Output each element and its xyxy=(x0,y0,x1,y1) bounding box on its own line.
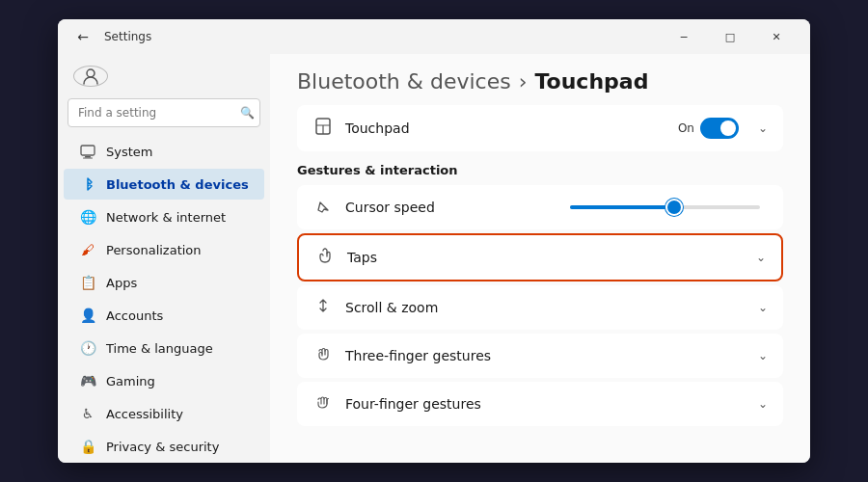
sidebar-item-network[interactable]: 🌐 Network & internet xyxy=(64,201,264,232)
cursor-speed-label: Cursor speed xyxy=(345,200,551,215)
search-icon: 🔍 xyxy=(240,106,255,120)
taps-chevron[interactable]: ⌄ xyxy=(756,251,766,264)
touchpad-toggle-row: Touchpad On ⌄ xyxy=(297,105,783,151)
personalization-icon: 🖌 xyxy=(79,241,96,258)
taps-icon xyxy=(314,247,336,268)
minimize-button[interactable]: − xyxy=(662,21,706,52)
network-icon: 🌐 xyxy=(79,208,96,226)
four-finger-row[interactable]: Four-finger gestures ⌄ xyxy=(297,382,783,426)
window-title: Settings xyxy=(104,30,151,43)
sidebar-item-privacy[interactable]: 🔒 Privacy & security xyxy=(64,431,264,462)
scroll-zoom-row[interactable]: Scroll & zoom ⌄ xyxy=(297,285,783,330)
touchpad-card-icon xyxy=(312,117,334,140)
svg-rect-2 xyxy=(85,156,91,158)
page-title: Touchpad xyxy=(534,69,648,94)
svg-point-0 xyxy=(87,69,95,77)
cursor-speed-slider[interactable] xyxy=(562,205,768,209)
svg-rect-1 xyxy=(81,146,95,155)
avatar[interactable] xyxy=(73,66,108,87)
sidebar-label-personalization: Personalization xyxy=(106,243,202,257)
scroll-zoom-label: Scroll & zoom xyxy=(345,300,746,315)
back-button[interactable]: ← xyxy=(69,23,96,50)
sidebar-item-time[interactable]: 🕐 Time & language xyxy=(64,333,264,363)
touchpad-toggle[interactable] xyxy=(700,118,739,139)
accessibility-icon: ♿ xyxy=(79,405,96,422)
breadcrumb-separator: › xyxy=(519,69,528,94)
window-controls: − □ ✕ xyxy=(662,21,799,52)
main-content: 🔍 System Bluet xyxy=(58,54,810,463)
settings-body: Touchpad On ⌄ Gestures & interaction xyxy=(270,105,810,463)
gestures-section-header: Gestures & interaction xyxy=(297,163,783,177)
sidebar-item-gaming[interactable]: 🎮 Gaming xyxy=(64,365,264,396)
taps-label: Taps xyxy=(347,250,745,265)
sidebar-item-system[interactable]: System xyxy=(64,136,264,167)
bluetooth-icon xyxy=(79,175,96,193)
time-icon: 🕐 xyxy=(79,339,96,357)
close-button[interactable]: ✕ xyxy=(754,21,799,52)
sidebar-item-bluetooth[interactable]: Bluetooth & devices xyxy=(64,169,264,200)
accounts-icon: 👤 xyxy=(79,307,96,324)
taps-row[interactable]: Taps ⌄ xyxy=(297,233,783,281)
sidebar: 🔍 System Bluet xyxy=(58,54,270,463)
maximize-button[interactable]: □ xyxy=(708,21,752,52)
sidebar-label-system: System xyxy=(106,145,152,159)
scroll-zoom-icon xyxy=(312,297,334,318)
page-header: Bluetooth & devices › Touchpad xyxy=(270,54,810,105)
touchpad-toggle-wrap: On xyxy=(678,118,739,139)
slider-track xyxy=(570,205,760,209)
system-icon xyxy=(79,143,96,160)
titlebar: ← Settings − □ ✕ xyxy=(58,19,810,54)
svg-rect-3 xyxy=(83,158,93,159)
cursor-speed-row[interactable]: Cursor speed xyxy=(297,185,783,229)
sidebar-label-apps: Apps xyxy=(106,276,137,290)
search-input[interactable] xyxy=(68,98,260,127)
breadcrumb-parent: Bluetooth & devices xyxy=(297,69,511,94)
privacy-icon: 🔒 xyxy=(79,438,96,455)
right-panel: Bluetooth & devices › Touchpad xyxy=(270,54,810,463)
sidebar-label-privacy: Privacy & security xyxy=(106,440,219,454)
sidebar-label-network: Network & internet xyxy=(106,210,226,225)
scroll-zoom-chevron[interactable]: ⌄ xyxy=(758,301,768,314)
search-box[interactable]: 🔍 xyxy=(68,98,260,127)
four-finger-label: Four-finger gestures xyxy=(345,396,746,412)
slider-fill xyxy=(570,205,674,209)
toggle-on-label: On xyxy=(678,121,694,135)
sidebar-item-personalization[interactable]: 🖌 Personalization xyxy=(64,234,264,265)
three-finger-label: Three-finger gestures xyxy=(345,348,746,363)
sidebar-label-accounts: Accounts xyxy=(106,308,163,323)
four-finger-chevron[interactable]: ⌄ xyxy=(758,397,768,411)
three-finger-row[interactable]: Three-finger gestures ⌄ xyxy=(297,334,783,378)
slider-thumb[interactable] xyxy=(667,201,681,214)
touchpad-card: Touchpad On ⌄ xyxy=(297,105,783,151)
sidebar-label-accessibility: Accessibility xyxy=(106,407,183,421)
touchpad-chevron[interactable]: ⌄ xyxy=(758,121,768,135)
gaming-icon: 🎮 xyxy=(79,372,96,389)
sidebar-label-gaming: Gaming xyxy=(106,374,155,388)
sidebar-label-bluetooth: Bluetooth & devices xyxy=(106,177,249,192)
three-finger-icon xyxy=(312,345,334,366)
sidebar-item-accounts[interactable]: 👤 Accounts xyxy=(64,300,264,331)
sidebar-item-apps[interactable]: 📋 Apps xyxy=(64,267,264,298)
three-finger-chevron[interactable]: ⌄ xyxy=(758,349,768,362)
settings-window: ← Settings − □ ✕ 🔍 xyxy=(58,19,810,463)
touchpad-label: Touchpad xyxy=(345,120,666,136)
cursor-speed-icon xyxy=(312,197,334,218)
sidebar-item-accessibility[interactable]: ♿ Accessibility xyxy=(64,398,264,429)
sidebar-label-time: Time & language xyxy=(106,341,213,356)
apps-icon: 📋 xyxy=(79,274,96,291)
four-finger-icon xyxy=(312,393,334,415)
